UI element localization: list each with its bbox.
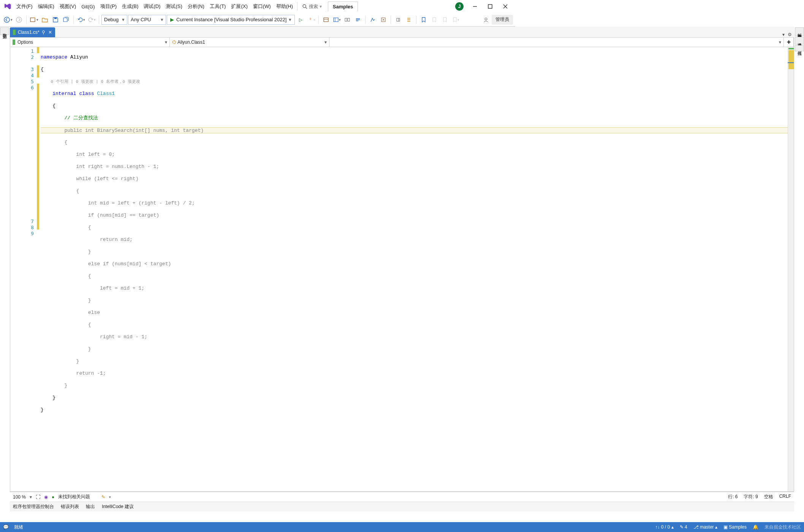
search-icon [302, 4, 307, 9]
redo-button[interactable]: ▾ [87, 15, 97, 25]
menu-debug[interactable]: 调试(D) [141, 2, 163, 11]
toolbox-button-3[interactable] [342, 15, 352, 25]
menu-view[interactable]: 视图(V) [57, 2, 79, 11]
svg-line-1 [305, 7, 307, 9]
code-editor[interactable]: 123456789 namespace Aliyun { 0 个引用 | 0 项… [10, 47, 515, 342]
close-tab-icon[interactable]: ✕ [48, 30, 52, 35]
tab-strip: Class1.cs* ⚲ ✕ ▾ ⚙ [10, 27, 515, 37]
navigation-bar: Options▾ ⌬Aliyun.Class1▾ ▾ ✚ [10, 37, 515, 47]
project-icon [13, 40, 15, 45]
window-minimize-button[interactable] [467, 1, 483, 12]
side-tab-datasource[interactable]: 数据源 [0, 27, 9, 35]
toolbox-button-1[interactable] [321, 15, 331, 25]
bookmark-button[interactable] [419, 15, 429, 25]
separator [297, 2, 298, 11]
menu-help[interactable]: 帮助(H) [274, 2, 296, 11]
toolbox-button-6[interactable] [378, 15, 388, 25]
start-debug-button[interactable]: ▶Current Instance [Visual Studio Profess… [167, 15, 295, 25]
class-icon: ⌬ [172, 40, 176, 45]
svg-rect-9 [54, 17, 57, 19]
line-gutter: 123456789 [10, 47, 37, 342]
tab-filename: Class1.cs* [18, 30, 40, 35]
bookmark-clear-button[interactable]: ▾ [451, 15, 461, 25]
svg-rect-8 [30, 18, 35, 22]
pin-icon[interactable]: ⚲ [42, 30, 45, 35]
toolbox-button-8[interactable] [404, 15, 414, 25]
document-tab-class1[interactable]: Class1.cs* ⚲ ✕ [10, 27, 55, 37]
save-all-button[interactable] [61, 15, 71, 25]
svg-point-7 [16, 17, 22, 22]
vs-logo-icon [5, 3, 11, 10]
toolbox-button-7[interactable] [393, 15, 403, 25]
toolbox-button-2[interactable]: ▾ [332, 15, 342, 25]
menu-git[interactable]: Git(G) [79, 2, 97, 11]
nav-member-combo[interactable]: ▾ [329, 38, 515, 47]
menu-bar: 文件(F) 编辑(E) 视图(V) Git(G) 项目(P) 生成(B) 调试(… [0, 0, 515, 13]
play-icon: ▶ [170, 17, 174, 22]
nav-project-combo[interactable]: Options▾ [10, 38, 170, 47]
platform-combo[interactable]: Any CPU▾ [128, 15, 166, 25]
bookmark-prev-button[interactable] [429, 15, 439, 25]
code-content[interactable]: namespace Aliyun { 0 个引用 | 0 项更改 | 0 名作者… [39, 47, 515, 342]
menu-analyze[interactable]: 分析(N) [185, 2, 207, 11]
admin-badge: 管理员 [492, 15, 513, 25]
toolbox-button-5[interactable] [368, 15, 378, 25]
menu-window[interactable]: 窗口(W) [250, 2, 274, 11]
open-file-button[interactable] [40, 15, 50, 25]
svg-rect-3 [488, 5, 492, 8]
feedback-button[interactable] [481, 15, 491, 25]
nav-class-combo[interactable]: ⌬Aliyun.Class1▾ [170, 38, 329, 47]
window-close-button[interactable] [498, 1, 513, 12]
menu-file[interactable]: 文件(F) [14, 2, 35, 11]
document-area: Class1.cs* ⚲ ✕ ▾ ⚙ Options▾ ⌬Aliyun.Clas… [10, 27, 515, 342]
user-avatar[interactable]: J [455, 2, 464, 11]
main-toolbar: ▾ ▾ ▾ ▾ Debug▾ Any CPU▾ ▶Current Instanc… [0, 13, 515, 27]
svg-rect-10 [324, 18, 328, 22]
solution-name-tab[interactable]: Samples [328, 2, 358, 11]
build-config-combo[interactable]: Debug▾ [101, 15, 127, 25]
new-project-button[interactable]: ▾ [29, 15, 39, 25]
menu-tools[interactable]: 工具(T) [207, 2, 229, 11]
csharp-file-icon [13, 30, 16, 35]
svg-rect-14 [345, 18, 347, 21]
svg-point-6 [4, 17, 9, 22]
menu-build[interactable]: 生成(B) [119, 2, 141, 11]
svg-rect-12 [334, 18, 338, 22]
bookmark-next-button[interactable] [440, 15, 450, 25]
menu-edit[interactable]: 编辑(E) [35, 2, 57, 11]
search-placeholder: 搜索 [309, 3, 318, 10]
search-box[interactable]: 搜索 ▾ [299, 3, 325, 11]
toolbox-button-4[interactable] [353, 15, 363, 25]
window-maximize-button[interactable] [483, 1, 498, 12]
save-button[interactable] [51, 15, 60, 25]
start-without-debug-button[interactable]: ▷ [296, 15, 305, 25]
undo-button[interactable]: ▾ [76, 15, 86, 25]
svg-point-17 [485, 18, 487, 20]
hot-reload-button[interactable]: ▾ [306, 15, 316, 25]
menu-test[interactable]: 测试(S) [163, 2, 185, 11]
menu-project[interactable]: 项目(P) [98, 2, 119, 11]
nav-forward-button[interactable] [14, 15, 24, 25]
nav-back-button[interactable]: ▾ [2, 15, 13, 25]
svg-point-0 [303, 5, 306, 8]
svg-rect-15 [348, 18, 350, 21]
menu-extensions[interactable]: 扩展(X) [228, 2, 250, 11]
